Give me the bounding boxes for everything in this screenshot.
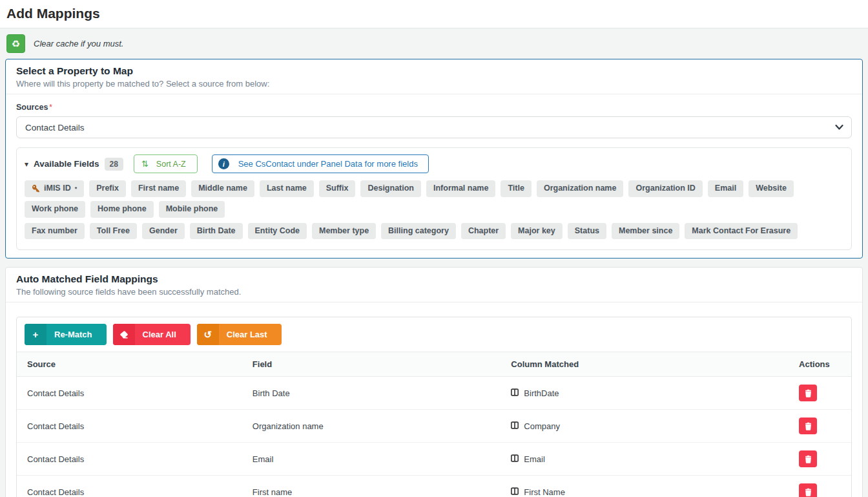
field-tag[interactable]: Last name [260,180,314,197]
select-property-header: Select a Property to Map Where will this… [6,59,862,94]
field-tag[interactable]: Entity Code [248,223,307,240]
recycle-icon: ♻ [12,39,20,48]
field-tag[interactable]: Title [501,180,531,197]
rematch-label: Re-Match [46,324,107,345]
header-actions: Actions [789,352,851,377]
auto-matched-body: + Re-Match Clear All ↺ Clear Last [6,302,862,497]
field-tags-row-2: Fax number Toll Free Gender Birth Date E… [25,223,843,240]
column-matched-value: Company [524,421,560,431]
cscontact-info-label: See CsContact under Panel Data for more … [238,159,418,169]
cell-field: Email [242,443,501,476]
field-tag[interactable]: Mobile phone [159,201,225,218]
required-asterisk: * [49,103,52,112]
field-tag[interactable]: Email [708,180,743,197]
plus-icon: + [25,324,46,345]
panel-subtitle: Where will this property be matched to? … [16,79,852,89]
mappings-table-box: + Re-Match Clear All ↺ Clear Last [16,317,852,497]
field-tag[interactable]: Middle name [191,180,254,197]
caret-down-icon: ▾ [25,160,28,169]
cell-source: Contact Details [17,377,242,410]
field-tag[interactable]: Mark Contact For Erasure [685,223,798,240]
clear-last-label: Clear Last [219,324,282,345]
field-tag[interactable]: Work phone [25,201,85,218]
table-row: Contact Details First name First Name [17,476,851,497]
clear-last-button[interactable]: ↺ Clear Last [197,324,282,345]
header-column-matched: Column Matched [501,352,789,377]
field-tag-imis-id[interactable]: iMIS ID* [25,180,84,197]
panel-title: Auto Matched Field Mappings [16,273,852,285]
available-fields-toggle[interactable]: ▾ Available Fields 28 [25,158,123,171]
cell-actions [789,410,851,443]
field-tag[interactable]: Toll Free [90,223,137,240]
auto-matched-header: Auto Matched Field Mappings The followin… [6,268,862,302]
sources-label: Sources [16,103,48,112]
field-tag[interactable]: Chapter [461,223,506,240]
cscontact-info-button[interactable]: i See CsContact under Panel Data for mor… [212,154,429,173]
clear-all-button[interactable]: Clear All [113,324,191,345]
cell-field: Birth Date [242,377,501,410]
field-tag[interactable]: Home phone [90,201,154,218]
delete-mapping-button[interactable] [799,450,817,467]
cell-column-matched: First Name [501,476,789,497]
page-title: Add Mappings [6,6,862,21]
sources-select-wrap: Contact Details [16,116,852,138]
column-matched-value: Email [524,454,545,464]
field-tag[interactable]: Fax number [25,223,85,240]
columns-icon [511,487,519,497]
sort-icon: ⇅ [141,159,149,169]
mappings-table: Source Field Column Matched Actions Cont… [17,352,851,497]
available-fields-label: Available Fields [34,159,99,169]
select-property-panel: Select a Property to Map Where will this… [5,59,863,259]
select-property-body: Sources* Contact Details ▾ Available Fie… [6,94,862,258]
alert-text: Clear cache if you must. [34,39,123,48]
field-tag[interactable]: Prefix [89,180,126,197]
sources-select[interactable]: Contact Details [16,116,852,138]
delete-mapping-button[interactable] [799,385,817,401]
field-tag[interactable]: Member type [312,223,376,240]
field-tag[interactable]: Designation [360,180,421,197]
rematch-button[interactable]: + Re-Match [25,324,107,345]
field-tag[interactable]: Informal name [426,180,495,197]
delete-mapping-button[interactable] [799,483,817,497]
table-row: Contact Details Organization name Compan… [17,410,851,443]
field-tag[interactable]: Major key [511,223,563,240]
panel-title: Select a Property to Map [16,65,852,77]
column-matched-value: BirthDate [524,388,559,398]
table-row: Contact Details Birth Date BirthDate [17,377,851,410]
cell-column-matched: BirthDate [501,377,789,410]
field-tag[interactable]: Website [749,180,794,197]
available-fields-header: ▾ Available Fields 28 ⇅ Sort A-Z i See C… [25,154,843,173]
columns-icon [511,388,519,398]
header-source: Source [17,352,242,377]
field-tag[interactable]: Suffix [319,180,356,197]
field-tag[interactable]: Birth Date [190,223,243,240]
cell-source: Contact Details [17,443,242,476]
cell-column-matched: Company [501,410,789,443]
auto-matched-panel: Auto Matched Field Mappings The followin… [5,267,863,497]
field-tag[interactable]: Status [568,223,606,240]
columns-icon [511,421,519,431]
field-tag[interactable]: First name [131,180,186,197]
field-tag-label: iMIS ID [44,184,71,193]
field-tag[interactable]: Gender [142,223,185,240]
header-field: Field [242,352,501,377]
page-header: Add Mappings [0,0,868,28]
cell-source: Contact Details [17,410,242,443]
key-icon [32,184,40,193]
undo-icon: ↺ [197,324,219,345]
delete-mapping-button[interactable] [799,418,817,434]
field-tag[interactable]: Billing category [381,223,456,240]
sort-az-label: Sort A-Z [156,160,186,169]
cell-actions [789,377,851,410]
field-tags-row-1: iMIS ID* Prefix First name Middle name L… [25,180,843,218]
field-tag[interactable]: Organization ID [628,180,702,197]
table-header-row: Source Field Column Matched Actions [17,352,851,377]
cell-column-matched: Email [501,443,789,476]
mappings-toolbar: + Re-Match Clear All ↺ Clear Last [17,317,851,352]
clear-cache-button[interactable]: ♻ [6,34,25,53]
column-matched-value: First Name [524,487,565,497]
field-tag[interactable]: Organization name [537,180,624,197]
field-tag[interactable]: Member since [612,223,679,240]
sort-az-button[interactable]: ⇅ Sort A-Z [134,154,198,173]
eraser-icon [113,324,135,345]
